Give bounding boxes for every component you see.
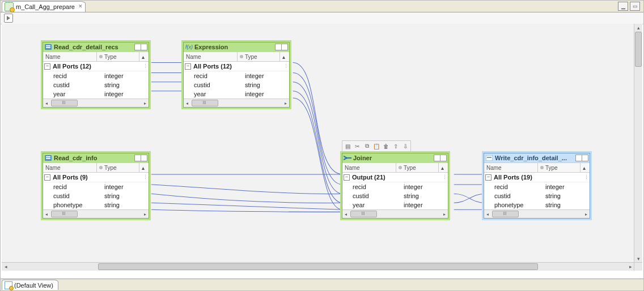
port-row[interactable]: custidstring — [43, 191, 149, 200]
node-joiner[interactable]: Joiner Name Type ▴ − Output (21) ⋮⋮ reci… — [342, 153, 448, 219]
maximize-button[interactable]: ▭ — [630, 2, 640, 11]
port-row[interactable]: custidstring — [184, 80, 289, 89]
sort-icon[interactable] — [540, 166, 544, 169]
cut-icon[interactable]: ✂ — [353, 142, 362, 151]
scroll-up-icon[interactable]: ▴ — [139, 163, 149, 172]
move-up-icon[interactable]: ⇧ — [391, 142, 400, 151]
node-expression[interactable]: f(x) Expression Name Type ▴ − All Ports … — [183, 42, 290, 108]
node-column-header: Name Type ▴ — [184, 52, 289, 62]
copy-icon[interactable]: ⧉ — [362, 142, 371, 151]
port-row[interactable]: phonetypestring — [484, 200, 590, 209]
svg-rect-6 — [46, 158, 50, 159]
port-row[interactable]: yearinteger — [184, 89, 289, 99]
node-write-cdr-info-detail[interactable]: Write_cdr_info_detail_... Name Type ▴ − … — [484, 153, 590, 219]
new-icon[interactable]: ▤ — [343, 142, 352, 151]
node-scrollbar[interactable]: ◂▸ — [43, 209, 149, 218]
view-icon — [5, 281, 12, 289]
close-icon[interactable]: ✕ — [78, 3, 83, 9]
editor-tab-active[interactable]: m_Call_Agg_prepare ✕ — [2, 1, 86, 12]
port-list: recidinteger custidstring yearinteger — [184, 71, 289, 99]
node-read-cdr-info[interactable]: Read_cdr_info Name Type ▴ − All Ports (9… — [43, 153, 149, 219]
svg-text:f(x): f(x) — [185, 44, 193, 50]
ports-group[interactable]: − All Ports (12) ⋮⋮ — [184, 62, 289, 71]
port-row[interactable]: recidinteger — [43, 182, 149, 191]
collapse-icon[interactable]: − — [44, 63, 50, 70]
node-window-buttons[interactable] — [576, 155, 588, 161]
node-window-buttons[interactable] — [135, 155, 147, 161]
source-icon — [44, 155, 52, 161]
scrollbar-thumb[interactable] — [98, 263, 538, 270]
port-row[interactable]: recidinteger — [43, 71, 149, 80]
ports-group[interactable]: − Output (21) ⋮⋮ — [342, 173, 448, 182]
delete-icon[interactable]: 🗑 — [382, 142, 391, 151]
window-controls: ▁ ▭ — [618, 2, 640, 11]
editor-tab-title: m_Call_Agg_prepare — [16, 3, 75, 10]
sort-icon[interactable] — [240, 55, 243, 58]
port-list: recidinteger custidstring yearinteger — [342, 182, 448, 209]
minimize-button[interactable]: ▁ — [618, 2, 628, 11]
port-row[interactable]: yearinteger — [43, 89, 149, 99]
port-row[interactable]: phonetypestring — [43, 200, 149, 209]
mapping-icon — [5, 2, 14, 11]
scroll-down-icon[interactable]: ▾ — [634, 255, 642, 263]
canvas-horizontal-scrollbar[interactable]: ◂ ▸ — [2, 262, 634, 271]
node-context-toolbar: ▤ ✂ ⧉ 📋 🗑 ⇧ ⇩ — [342, 140, 411, 152]
sort-icon[interactable] — [99, 55, 103, 58]
sort-icon[interactable] — [399, 166, 402, 169]
app-window: m_Call_Agg_prepare ✕ ▁ ▭ — [0, 0, 644, 291]
scroll-up-icon[interactable]: ▴ — [280, 52, 289, 61]
port-row[interactable]: custidstring — [43, 80, 149, 89]
port-row[interactable]: custidstring — [342, 191, 448, 200]
scroll-up-icon[interactable]: ▴ — [439, 163, 448, 172]
scroll-right-icon[interactable]: ▸ — [626, 263, 634, 271]
port-list: recidinteger custidstring phonetypestrin… — [43, 182, 149, 209]
ports-group[interactable]: − All Ports (19) ⋮⋮ — [484, 173, 590, 182]
port-row[interactable]: recidinteger — [484, 182, 590, 191]
mapping-canvas[interactable]: Read_cdr_detail_recs Name Type ▴ − All P… — [2, 24, 634, 263]
collapse-icon[interactable]: − — [44, 174, 50, 181]
paste-icon[interactable]: 📋 — [372, 142, 381, 151]
canvas-area: Read_cdr_detail_recs Name Type ▴ − All P… — [2, 24, 642, 271]
port-row[interactable]: recidinteger — [184, 71, 289, 80]
view-tab-label: (Default View) — [14, 282, 53, 289]
collapse-icon[interactable]: − — [485, 174, 492, 181]
node-column-header: Name Type ▴ — [43, 52, 149, 62]
canvas-vertical-scrollbar[interactable]: ▴ ▾ — [634, 24, 642, 263]
scrollbar-thumb[interactable] — [635, 32, 642, 67]
node-scrollbar[interactable]: ◂▸ — [484, 209, 590, 218]
grip-icon[interactable]: ⋮⋮ — [143, 174, 147, 180]
port-row[interactable]: custidstring — [484, 191, 590, 200]
node-scrollbar[interactable]: ◂▸ — [43, 99, 149, 107]
grip-icon[interactable]: ⋮⋮ — [283, 63, 288, 69]
node-title: Write_cdr_info_detail_... — [495, 155, 573, 161]
move-down-icon[interactable]: ⇩ — [401, 142, 410, 151]
joiner-icon — [344, 155, 351, 161]
grip-icon[interactable]: ⋮⋮ — [584, 174, 588, 180]
sort-icon[interactable] — [99, 166, 103, 169]
editor-tab-bar: m_Call_Agg_prepare ✕ ▁ ▭ — [1, 1, 643, 12]
node-window-buttons[interactable] — [135, 44, 147, 50]
source-icon — [44, 44, 52, 50]
node-scrollbar[interactable]: ◂▸ — [342, 209, 448, 218]
node-scrollbar[interactable]: ◂▸ — [184, 99, 289, 107]
scroll-up-icon[interactable]: ▴ — [581, 163, 590, 172]
port-row[interactable]: recidinteger — [342, 182, 448, 191]
view-tab-default[interactable]: (Default View) — [2, 280, 58, 290]
ports-group[interactable]: − All Ports (12) ⋮⋮ — [43, 62, 149, 71]
scroll-up-icon[interactable]: ▴ — [634, 24, 642, 32]
editor-toolbar — [1, 12, 643, 24]
grip-icon[interactable]: ⋮⋮ — [143, 63, 147, 69]
port-list: recidinteger custidstring yearinteger — [43, 71, 149, 99]
collapse-icon[interactable]: − — [185, 63, 191, 70]
run-button[interactable] — [4, 14, 13, 23]
node-title: Read_cdr_detail_recs — [54, 44, 132, 50]
ports-group[interactable]: − All Ports (9) ⋮⋮ — [43, 173, 149, 182]
node-read-cdr-detail-recs[interactable]: Read_cdr_detail_recs Name Type ▴ − All P… — [43, 42, 149, 108]
scroll-left-icon[interactable]: ◂ — [2, 263, 10, 271]
node-window-buttons[interactable] — [434, 155, 447, 161]
node-window-buttons[interactable] — [276, 44, 288, 50]
collapse-icon[interactable]: − — [344, 174, 350, 181]
grip-icon[interactable]: ⋮⋮ — [442, 174, 447, 180]
port-row[interactable]: yearinteger — [342, 200, 448, 209]
scroll-up-icon[interactable]: ▴ — [139, 52, 149, 61]
